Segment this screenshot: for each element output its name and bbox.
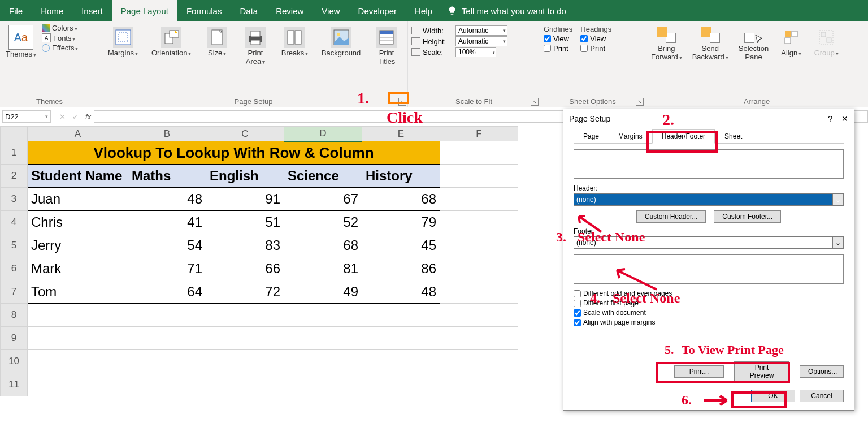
table-cell[interactable]: 45: [362, 234, 440, 257]
table-header[interactable]: History: [362, 165, 440, 188]
dialog-tab-header-footer[interactable]: Header/Footer: [652, 129, 715, 144]
table-cell[interactable]: 64: [128, 280, 206, 304]
col-header-b[interactable]: B: [128, 127, 206, 141]
margins-button[interactable]: Margins: [106, 26, 140, 58]
tab-help[interactable]: Help: [406, 0, 441, 21]
width-combo[interactable]: Automatic: [455, 25, 507, 36]
fonts-button[interactable]: AFonts: [42, 33, 79, 42]
table-cell[interactable]: 72: [206, 280, 284, 304]
orientation-button[interactable]: Orientation: [149, 26, 194, 58]
table-cell[interactable]: 48: [128, 188, 206, 211]
row-header-6[interactable]: 6: [1, 257, 28, 280]
table-cell[interactable]: 68: [362, 188, 440, 211]
colors-button[interactable]: Colors: [42, 24, 79, 32]
row-header-5[interactable]: 5: [1, 234, 28, 257]
sheet-options-launcher[interactable]: ↘: [636, 98, 644, 106]
table-cell[interactable]: 86: [362, 257, 440, 280]
headings-print-checkbox[interactable]: Print: [580, 44, 611, 53]
tab-file[interactable]: File: [0, 0, 32, 21]
row-header-3[interactable]: 3: [1, 188, 28, 211]
table-cell[interactable]: 91: [206, 188, 284, 211]
table-cell[interactable]: 68: [284, 234, 362, 257]
group-button[interactable]: Group: [811, 26, 841, 58]
col-header-c[interactable]: C: [206, 127, 284, 141]
print-preview-button[interactable]: Print Preview: [734, 361, 789, 382]
table-header[interactable]: Science: [284, 165, 362, 188]
table-cell[interactable]: 51: [206, 211, 284, 234]
height-combo[interactable]: Automatic: [455, 36, 507, 46]
col-header-f[interactable]: F: [440, 127, 518, 141]
diff-odd-even-checkbox[interactable]: Different odd and even pages: [574, 290, 844, 297]
cancel-formula-icon[interactable]: ✕: [56, 113, 69, 121]
tab-data[interactable]: Data: [231, 0, 267, 21]
tab-review[interactable]: Review: [267, 0, 313, 21]
col-header-e[interactable]: E: [362, 127, 440, 141]
print-titles-button[interactable]: Print Titles: [372, 26, 401, 67]
table-title-cell[interactable]: Vlookup To Lookup With Row & Column: [28, 141, 440, 165]
tell-me[interactable]: Tell me what you want to do: [447, 0, 566, 21]
tab-insert[interactable]: Insert: [72, 0, 112, 21]
scale-spinner[interactable]: 100%: [455, 47, 496, 57]
header-dropdown[interactable]: (none): [574, 193, 844, 206]
table-cell[interactable]: 52: [284, 211, 362, 234]
table-cell[interactable]: 49: [284, 280, 362, 304]
row-header-11[interactable]: 11: [1, 373, 28, 396]
table-cell[interactable]: 83: [206, 234, 284, 257]
table-header[interactable]: Maths: [128, 165, 206, 188]
custom-header-button[interactable]: Custom Header...: [636, 210, 706, 223]
dialog-tab-sheet[interactable]: Sheet: [715, 129, 752, 144]
tab-formulas[interactable]: Formulas: [177, 0, 231, 21]
diff-first-page-checkbox[interactable]: Different first page: [574, 299, 844, 307]
send-backward-button[interactable]: Send Backward: [690, 26, 731, 62]
print-button[interactable]: Print...: [674, 365, 724, 378]
scale-with-doc-checkbox[interactable]: Scale with document: [574, 309, 844, 317]
table-cell[interactable]: 41: [128, 211, 206, 234]
gridlines-view-checkbox[interactable]: View: [544, 34, 572, 43]
scale-to-fit-launcher[interactable]: ↘: [531, 98, 539, 106]
print-area-button[interactable]: Print Area: [241, 26, 270, 67]
row-header-8[interactable]: 8: [1, 304, 28, 327]
worksheet-grid[interactable]: A B C D E F 1Vlookup To Lookup With Row …: [0, 126, 518, 396]
col-header-a[interactable]: A: [28, 127, 128, 141]
name-box[interactable]: D22: [2, 110, 51, 123]
tab-view[interactable]: View: [313, 0, 349, 21]
table-cell[interactable]: 81: [284, 257, 362, 280]
ok-button[interactable]: OK: [751, 390, 795, 402]
tab-developer[interactable]: Developer: [349, 0, 406, 21]
col-header-d[interactable]: D: [284, 127, 362, 141]
align-button[interactable]: Align: [776, 26, 806, 58]
align-margins-checkbox[interactable]: Align with page margins: [574, 318, 844, 326]
size-button[interactable]: Size: [202, 26, 232, 58]
tab-page-layout[interactable]: Page Layout: [112, 0, 177, 21]
select-all-corner[interactable]: [1, 127, 28, 141]
custom-footer-button[interactable]: Custom Footer...: [714, 210, 781, 223]
footer-dropdown[interactable]: (none): [574, 236, 844, 249]
table-header[interactable]: Student Name: [28, 165, 128, 188]
background-button[interactable]: Background: [319, 26, 363, 58]
table-cell[interactable]: Chris: [28, 211, 128, 234]
themes-button[interactable]: Aa Themes: [3, 24, 38, 59]
selection-pane-button[interactable]: Selection Pane: [736, 26, 771, 62]
table-header[interactable]: English: [206, 165, 284, 188]
row-header-2[interactable]: 2: [1, 165, 28, 188]
table-cell[interactable]: 79: [362, 211, 440, 234]
table-cell[interactable]: 71: [128, 257, 206, 280]
fx-icon[interactable]: fx: [82, 113, 94, 121]
row-header-10[interactable]: 10: [1, 350, 28, 373]
enter-formula-icon[interactable]: ✓: [69, 113, 82, 121]
tab-home[interactable]: Home: [32, 0, 72, 21]
row-header-1[interactable]: 1: [1, 141, 28, 165]
table-cell[interactable]: Tom: [28, 280, 128, 304]
table-cell[interactable]: 66: [206, 257, 284, 280]
row-header-4[interactable]: 4: [1, 211, 28, 234]
dialog-tab-margins[interactable]: Margins: [609, 129, 652, 144]
dialog-tab-page[interactable]: Page: [574, 129, 609, 144]
headings-view-checkbox[interactable]: View: [580, 34, 611, 43]
effects-button[interactable]: Effects: [42, 44, 79, 52]
row-header-9[interactable]: 9: [1, 327, 28, 350]
breaks-button[interactable]: Breaks: [279, 26, 310, 58]
table-cell[interactable]: 54: [128, 234, 206, 257]
table-cell[interactable]: Mark: [28, 257, 128, 280]
row-header-7[interactable]: 7: [1, 280, 28, 304]
cancel-button[interactable]: Cancel: [800, 390, 844, 402]
